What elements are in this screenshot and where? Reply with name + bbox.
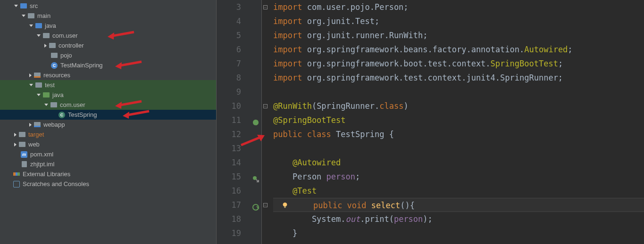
tree-expand-icon[interactable]	[29, 24, 33, 27]
tree-item-scratches-and-consoles[interactable]: Scratches and Consoles	[0, 179, 216, 189]
code-line[interactable]: @Test	[273, 184, 644, 198]
line-number: 10	[217, 99, 241, 113]
code-line[interactable]: import org.junit.Test;	[273, 14, 644, 28]
code-line[interactable]: Person person;	[273, 170, 644, 184]
svg-point-4	[283, 203, 287, 207]
tree-expand-icon[interactable]	[22, 15, 25, 17]
code-line[interactable]: public void select(){	[273, 198, 644, 212]
code-line[interactable]: import com.user.pojo.Person;	[273, 0, 644, 14]
tree-item-label: Scratches and Consoles	[23, 180, 89, 187]
tree-item-zhjtpt-iml[interactable]: zhjtpt.iml	[0, 159, 216, 169]
line-number: 6	[217, 42, 241, 57]
tree-item-java[interactable]: java	[0, 90, 216, 100]
code-line[interactable]: import org.springframework.boot.test.con…	[273, 57, 644, 71]
code-line[interactable]	[273, 141, 644, 155]
line-number: 20	[217, 240, 241, 244]
gutter-marker-column[interactable]: !	[250, 0, 262, 244]
code-line[interactable]: import org.springframework.test.context.…	[273, 71, 644, 85]
code-line[interactable]: @Autowired	[273, 155, 644, 170]
tree-item-label: java	[45, 22, 56, 29]
tree-item-target[interactable]: target	[0, 130, 216, 139]
code-line[interactable]	[273, 85, 644, 99]
tree-item-testmainspring[interactable]: CTestMainSpring	[0, 60, 216, 70]
code-area[interactable]: import com.user.pojo.Person;import org.j…	[268, 0, 644, 244]
line-number: 18	[217, 212, 241, 226]
line-number: 16	[217, 184, 241, 198]
tree-expand-icon[interactable]	[37, 94, 41, 96]
tree-collapse-icon[interactable]	[29, 123, 32, 127]
tree-item-testspring[interactable]: CTestSpring	[0, 110, 216, 120]
tree-item-label: java	[52, 91, 64, 98]
override-marker-icon[interactable]	[252, 173, 259, 180]
annotation-arrow-icon	[114, 99, 142, 110]
folder-web-icon	[33, 121, 41, 129]
fold-column[interactable]: –––	[262, 0, 268, 244]
fold-toggle-icon[interactable]: –	[263, 203, 268, 207]
svg-rect-5	[284, 207, 286, 208]
tree-expand-icon[interactable]	[37, 34, 41, 37]
line-number: 14	[217, 155, 241, 170]
fold-toggle-icon[interactable]: –	[263, 5, 268, 9]
tree-item-pom-xml[interactable]: mpom.xml	[0, 149, 216, 159]
tree-item-resources[interactable]: resources	[0, 70, 216, 80]
tree-item-web[interactable]: web	[0, 139, 216, 149]
line-number: 7	[217, 57, 241, 71]
svg-point-2	[253, 176, 257, 180]
line-number: 19	[217, 226, 241, 240]
code-line[interactable]: import org.junit.runner.RunWith;	[273, 28, 644, 42]
code-line[interactable]: @SpringBootTest	[273, 113, 644, 127]
annotation-arrow-icon	[107, 30, 135, 41]
line-number: 12	[217, 127, 241, 141]
tree-arrow-spacer	[7, 172, 11, 176]
fold-toggle-icon[interactable]: –	[263, 104, 268, 108]
file-icon	[20, 161, 28, 168]
nav-marker-icon[interactable]	[252, 201, 259, 209]
code-line[interactable]: }	[273, 226, 644, 240]
tree-item-com-user[interactable]: com.user	[0, 100, 216, 110]
lib-icon	[13, 171, 20, 178]
folder-blue-icon	[35, 22, 42, 30]
tree-item-controller[interactable]: controller	[0, 41, 216, 50]
tree-item-main[interactable]: main	[0, 11, 216, 21]
project-tree[interactable]: srcmainjavacom.usercontrollerpojoCTestMa…	[0, 0, 217, 244]
tree-item-com-user[interactable]: com.user	[0, 31, 216, 41]
tree-expand-icon[interactable]	[14, 5, 18, 7]
tree-item-java[interactable]: java	[0, 21, 216, 31]
tree-item-label: pojo	[60, 52, 72, 59]
tree-expand-icon[interactable]	[44, 104, 48, 106]
intention-bulb-icon[interactable]	[282, 199, 291, 213]
folder-icon	[49, 42, 56, 49]
tree-item-external-libraries[interactable]: External Libraries	[0, 169, 216, 179]
tree-collapse-icon[interactable]	[14, 133, 17, 137]
annotation-arrow-icon	[114, 60, 142, 70]
folder-res-icon	[33, 72, 41, 79]
tree-item-src[interactable]: src	[0, 1, 216, 11]
code-line[interactable]: import org.springframework.beans.factory…	[273, 42, 644, 57]
folder-icon	[35, 81, 42, 89]
line-number: 11	[217, 113, 241, 127]
tree-arrow-spacer	[14, 152, 18, 156]
m-icon: m	[20, 151, 28, 158]
folder-blue-icon	[20, 2, 27, 10]
tree-item-webapp[interactable]: webapp	[0, 120, 216, 130]
tree-item-label: zhjtpt.iml	[30, 161, 54, 168]
tree-item-pojo[interactable]: pojo	[0, 50, 216, 60]
line-number: 9	[217, 85, 241, 99]
code-line[interactable]	[273, 240, 644, 244]
tree-item-label: TestSpring	[68, 111, 97, 118]
code-line[interactable]: public class TestSpring {	[273, 127, 644, 141]
tree-expand-icon[interactable]	[29, 84, 33, 86]
tree-item-test[interactable]: test	[0, 80, 216, 90]
folder-icon	[27, 12, 35, 20]
code-line[interactable]: @RunWith(SpringRunner.class)	[273, 99, 644, 113]
tree-arrow-spacer	[44, 53, 49, 57]
leaf-marker-icon[interactable]	[252, 116, 259, 124]
tree-collapse-icon[interactable]	[14, 143, 17, 146]
tree-item-label: TestMainSpring	[60, 62, 103, 69]
code-editor[interactable]: 34567891011121314151617181920 ! ––– impo…	[217, 0, 644, 244]
tree-collapse-icon[interactable]	[29, 73, 32, 77]
tree-collapse-icon[interactable]	[44, 44, 47, 48]
tree-item-label: com.user	[60, 101, 85, 108]
annotation-arrow-icon	[122, 109, 150, 120]
code-line[interactable]: System.out.print(person);	[273, 212, 644, 226]
